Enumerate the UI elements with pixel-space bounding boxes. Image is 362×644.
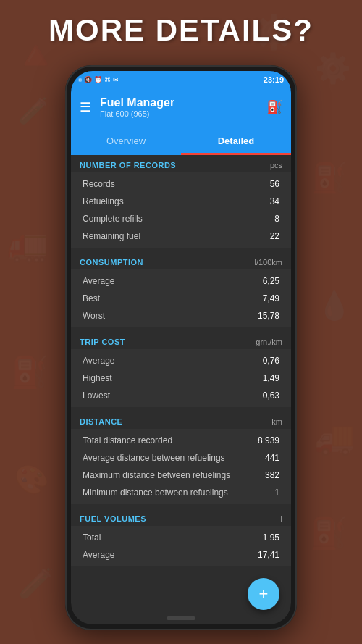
section-consumption-title: CONSUMPTION (80, 258, 143, 267)
alarm-icon: ⏰ (94, 76, 102, 83)
section-trip-cost: TRIP COST grn./km Average 0,76 Highest 1… (71, 332, 291, 407)
table-row: Total 1 95 (71, 529, 291, 546)
section-distance-title: DISTANCE (80, 417, 122, 426)
section-records: NUMBER OF RECORDS pcs Records 56 Refueli… (71, 155, 291, 248)
table-row: Minimum distance between refuelings 1 (71, 484, 291, 501)
data-value: 7,49 (263, 293, 279, 304)
section-records-header: NUMBER OF RECORDS pcs (71, 155, 291, 172)
app-name: Fuel Manager (100, 96, 266, 109)
section-consumption-body: Average 6,25 Best 7,49 Worst 15,78 (71, 269, 291, 327)
data-value: 382 (265, 470, 279, 480)
data-label: Complete refills (83, 214, 143, 224)
data-value: 8 939 (258, 435, 279, 446)
data-value: 1 95 (263, 532, 279, 543)
section-trip-cost-header: TRIP COST grn./km (71, 332, 291, 349)
section-trip-cost-unit: grn./km (256, 338, 282, 346)
section-fuel-volumes-unit: l (281, 514, 282, 523)
table-row: Remaining fuel 22 (71, 227, 291, 245)
phone-screen: ⎈ 🔇 ⏰ ⌘ ✉ 23:19 ☰ Fuel Manager Fiat 600 … (71, 71, 291, 624)
data-value: 6,25 (263, 276, 279, 286)
page-title: MORE DETAILS? (0, 13, 362, 48)
data-value: 15,78 (258, 311, 279, 321)
data-label: Average distance between refuelings (83, 453, 225, 463)
status-time: 23:19 (264, 75, 284, 84)
fab-add-button[interactable]: + (248, 578, 279, 610)
wifi-icon: ⌘ (104, 76, 111, 83)
section-trip-cost-body: Average 0,76 Highest 1,49 Lowest 0,63 (71, 349, 291, 407)
table-row: Average 17,41 (71, 546, 291, 564)
tab-overview[interactable]: Overview (71, 126, 181, 155)
data-label: Highest (83, 373, 112, 383)
section-consumption-unit: l/100km (254, 258, 282, 267)
home-button[interactable] (167, 616, 195, 620)
table-row: Total distance recorded 8 939 (71, 432, 291, 449)
section-distance: DISTANCE km Total distance recorded 8 93… (71, 411, 291, 504)
data-value: 34 (270, 196, 279, 206)
fuel-icon[interactable]: ⛽ (266, 99, 282, 115)
data-value: 17,41 (258, 550, 279, 560)
table-row: Average 0,76 (71, 352, 291, 369)
section-records-body: Records 56 Refuelings 34 Complete refill… (71, 172, 291, 248)
app-subtitle: Fiat 600 (965) (100, 109, 266, 118)
app-bar-titles: Fuel Manager Fiat 600 (965) (100, 96, 266, 118)
section-consumption: CONSUMPTION l/100km Average 6,25 Best 7,… (71, 252, 291, 327)
status-icons: ⎈ 🔇 ⏰ ⌘ ✉ (78, 76, 119, 83)
signal-icon: ✉ (113, 76, 119, 83)
data-label: Average (83, 276, 114, 286)
content-area[interactable]: NUMBER OF RECORDS pcs Records 56 Refueli… (71, 155, 291, 624)
table-row: Maximum distance between refuelings 382 (71, 467, 291, 484)
data-value: 0,76 (263, 356, 279, 366)
section-records-title: NUMBER OF RECORDS (80, 161, 176, 170)
tab-detailed-label: Detailed (218, 135, 255, 146)
tab-detailed[interactable]: Detailed (181, 126, 291, 155)
section-fuel-volumes-title: FUEL VOLUMES (80, 514, 146, 523)
table-row: Average 6,25 (71, 272, 291, 290)
table-row: Refuelings 34 (71, 193, 291, 210)
table-row: Worst 15,78 (71, 307, 291, 325)
table-row: Average distance between refuelings 441 (71, 449, 291, 467)
table-row: Highest 1,49 (71, 369, 291, 387)
tab-overview-label: Overview (106, 135, 146, 146)
data-label: Lowest (83, 390, 110, 401)
table-row: Records 56 (71, 175, 291, 193)
data-label: Worst (83, 311, 105, 321)
data-label: Total distance recorded (83, 435, 172, 446)
table-row: Complete refills 8 (71, 210, 291, 227)
table-row: Best 7,49 (71, 290, 291, 307)
section-consumption-header: CONSUMPTION l/100km (71, 252, 291, 269)
data-label: Average (83, 550, 114, 560)
section-trip-cost-title: TRIP COST (80, 338, 125, 346)
data-label: Best (83, 293, 100, 304)
data-value: 8 (274, 214, 279, 224)
data-label: Remaining fuel (83, 231, 140, 241)
bluetooth-icon: ⎈ (78, 76, 82, 83)
data-value: 22 (270, 231, 279, 241)
data-value: 1 (274, 488, 279, 498)
section-distance-unit: km (272, 417, 282, 426)
data-label: Refuelings (83, 196, 124, 206)
section-distance-header: DISTANCE km (71, 411, 291, 429)
mute-icon: 🔇 (84, 76, 92, 83)
section-fuel-volumes: FUEL VOLUMES l Total 1 95 Average 17,41 (71, 509, 291, 566)
app-bar: ☰ Fuel Manager Fiat 600 (965) ⛽ (71, 88, 291, 126)
data-value: 1,49 (263, 373, 279, 383)
section-fuel-volumes-body: Total 1 95 Average 17,41 (71, 526, 291, 566)
data-label: Average (83, 356, 114, 366)
phone-mockup: ⎈ 🔇 ⏰ ⌘ ✉ 23:19 ☰ Fuel Manager Fiat 600 … (65, 65, 297, 630)
section-records-unit: pcs (270, 161, 282, 170)
data-label: Records (83, 179, 115, 189)
section-fuel-volumes-header: FUEL VOLUMES l (71, 509, 291, 526)
data-label: Maximum distance between refuelings (83, 470, 230, 480)
menu-button[interactable]: ☰ (80, 99, 91, 115)
section-distance-body: Total distance recorded 8 939 Average di… (71, 429, 291, 504)
table-row: Lowest 0,63 (71, 387, 291, 404)
data-value: 441 (265, 453, 279, 463)
data-label: Total (83, 532, 101, 543)
data-value: 56 (270, 179, 279, 189)
tab-bar: Overview Detailed (71, 126, 291, 155)
data-label: Minimum distance between refuelings (83, 488, 228, 498)
data-value: 0,63 (263, 390, 279, 401)
status-bar: ⎈ 🔇 ⏰ ⌘ ✉ 23:19 (71, 71, 291, 88)
